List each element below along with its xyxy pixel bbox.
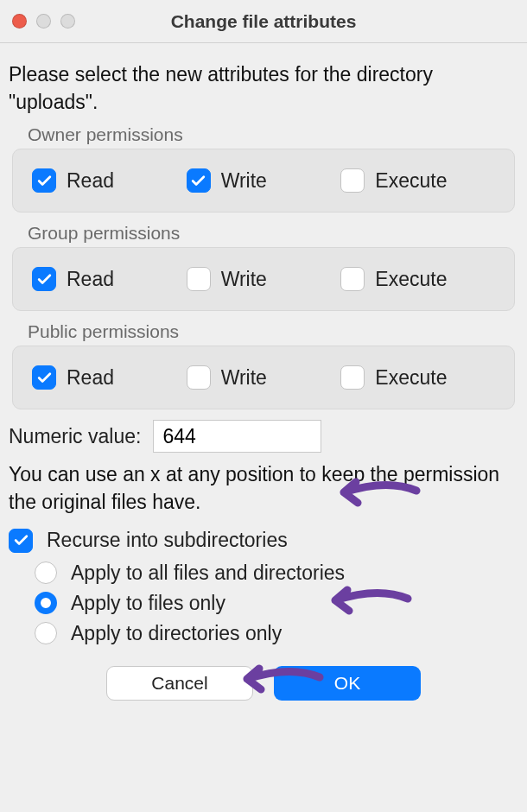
owner-permissions-box: Read Write Execute — [12, 149, 515, 213]
recurse-radio-group: Apply to all files and directories Apply… — [35, 561, 518, 645]
group-read-label: Read — [67, 268, 114, 291]
owner-write-checkbox[interactable] — [187, 168, 211, 193]
owner-read-checkbox[interactable] — [32, 168, 56, 193]
apply-dirs-label: Apply to directories only — [71, 622, 282, 645]
owner-execute-label: Execute — [375, 169, 447, 193]
intro-text: Please select the new attributes for the… — [9, 60, 518, 116]
apply-all-label: Apply to all files and directories — [71, 561, 345, 585]
group-read-checkbox[interactable] — [32, 267, 56, 291]
apply-dirs-radio[interactable] — [35, 622, 57, 644]
recurse-checkbox[interactable] — [9, 529, 33, 553]
public-permissions-label: Public permissions — [28, 321, 518, 342]
window-title: Change file attributes — [0, 11, 527, 32]
titlebar: Change file attributes — [0, 0, 527, 43]
apply-files-radio[interactable] — [35, 592, 57, 614]
group-permissions-box: Read Write Execute — [12, 247, 515, 311]
group-write-label: Write — [221, 268, 267, 291]
numeric-hint-text: You can use an x at any position to keep… — [9, 461, 518, 516]
apply-files-label: Apply to files only — [71, 592, 225, 615]
public-read-label: Read — [67, 366, 114, 390]
owner-read-label: Read — [67, 169, 114, 193]
public-read-checkbox[interactable] — [32, 365, 56, 390]
owner-execute-checkbox[interactable] — [340, 168, 365, 193]
cancel-button[interactable]: Cancel — [106, 666, 253, 701]
group-execute-checkbox[interactable] — [340, 267, 365, 291]
dialog-content: Please select the new attributes for the… — [0, 43, 527, 701]
recurse-label: Recurse into subdirectories — [47, 529, 288, 552]
owner-permissions-label: Owner permissions — [28, 124, 518, 145]
public-execute-label: Execute — [375, 366, 447, 390]
public-permissions-box: Read Write Execute — [12, 346, 515, 409]
numeric-value-row: Numeric value: — [9, 420, 518, 453]
apply-all-radio[interactable] — [35, 561, 57, 584]
group-write-checkbox[interactable] — [187, 267, 211, 291]
public-execute-checkbox[interactable] — [340, 365, 365, 390]
ok-button[interactable]: OK — [274, 666, 421, 701]
public-write-label: Write — [221, 366, 267, 390]
group-permissions-label: Group permissions — [28, 223, 518, 244]
numeric-value-label: Numeric value: — [9, 425, 141, 448]
numeric-value-input[interactable] — [153, 420, 321, 453]
public-write-checkbox[interactable] — [187, 365, 211, 390]
group-execute-label: Execute — [375, 268, 447, 291]
recurse-row: Recurse into subdirectories — [9, 529, 518, 553]
dialog-button-row: Cancel OK — [9, 666, 518, 701]
owner-write-label: Write — [221, 169, 267, 193]
